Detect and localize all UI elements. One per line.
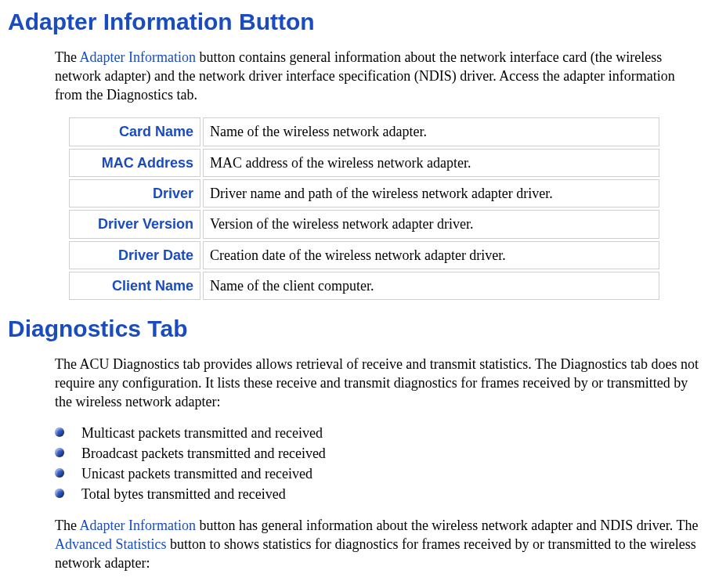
bullet-icon	[55, 448, 64, 457]
table-desc: Creation date of the wireless network ad…	[203, 241, 659, 269]
table-label: MAC Address	[69, 149, 200, 177]
table-label: Client Name	[69, 272, 200, 300]
bullet-icon	[55, 468, 64, 478]
text: button has general information about the…	[196, 518, 699, 533]
heading-diagnostics-tab: Diagnostics Tab	[8, 313, 700, 345]
table-row: MAC Address MAC address of the wireless …	[69, 149, 659, 177]
diagnostics-outro: The Adapter Information button has gener…	[55, 516, 700, 573]
table-row: Driver Version Version of the wireless n…	[69, 210, 659, 238]
text: The	[55, 49, 80, 65]
adapter-information-link[interactable]: Adapter Information	[80, 518, 196, 533]
list-item-text: Multicast packets transmitted and receiv…	[81, 425, 323, 441]
table-desc: Name of the client computer.	[203, 272, 659, 300]
table-label: Driver Date	[69, 241, 200, 269]
list-item: Multicast packets transmitted and receiv…	[55, 423, 700, 443]
list-item-text: Total bytes transmitted and received	[81, 486, 286, 502]
list-item: Broadcast packets transmitted and receiv…	[55, 443, 700, 464]
list-item-text: Broadcast packets transmitted and receiv…	[81, 446, 326, 461]
advanced-statistics-link[interactable]: Advanced Statistics	[55, 536, 166, 552]
adapter-info-table: Card Name Name of the wireless network a…	[67, 115, 662, 302]
adapter-information-link[interactable]: Adapter Information	[80, 49, 196, 65]
heading-adapter-info: Adapter Information Button	[8, 6, 700, 38]
list-item: Unicast packets transmitted and received	[55, 464, 700, 484]
diagnostics-bullet-list: Multicast packets transmitted and receiv…	[55, 423, 700, 505]
diagnostics-intro: The ACU Diagnostics tab provides allows …	[55, 355, 700, 412]
bullet-icon	[55, 489, 64, 498]
adapter-info-intro: The Adapter Information button contains …	[55, 48, 700, 105]
bullet-icon	[55, 427, 64, 437]
table-desc: Version of the wireless network adapter …	[203, 210, 659, 238]
table-label: Driver Version	[69, 210, 200, 238]
table-label: Card Name	[69, 117, 200, 146]
table-row: Driver Driver name and path of the wirel…	[69, 179, 659, 207]
table-desc: Driver name and path of the wireless net…	[203, 179, 659, 207]
list-item-text: Unicast packets transmitted and received	[81, 466, 312, 482]
table-desc: MAC address of the wireless network adap…	[203, 149, 659, 177]
table-label: Driver	[69, 179, 200, 207]
table-desc: Name of the wireless network adapter.	[203, 117, 659, 146]
text: The	[55, 518, 80, 533]
table-row: Client Name Name of the client computer.	[69, 272, 659, 300]
list-item: Total bytes transmitted and received	[55, 484, 700, 504]
table-row: Driver Date Creation date of the wireles…	[69, 241, 659, 269]
table-row: Card Name Name of the wireless network a…	[69, 117, 659, 146]
